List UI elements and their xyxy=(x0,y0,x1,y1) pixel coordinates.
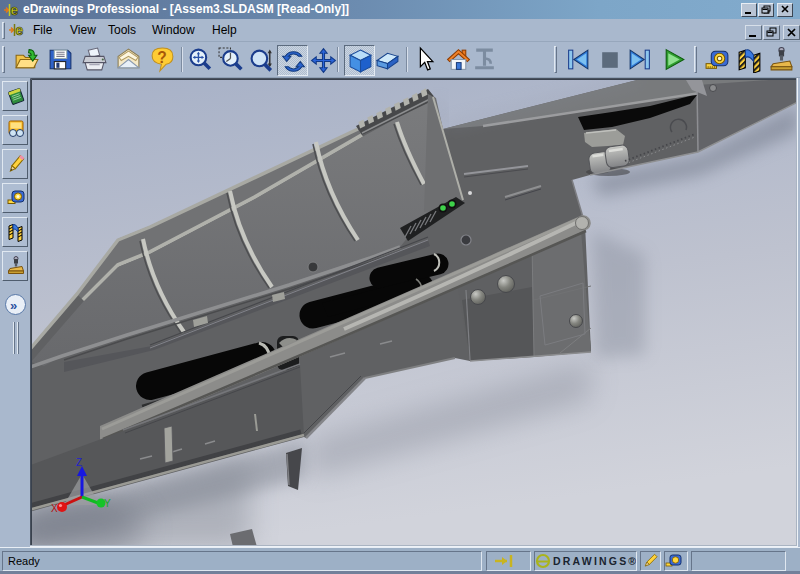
svg-text:DRAWINGS®: DRAWINGS® xyxy=(553,555,636,567)
svg-text:?: ? xyxy=(157,49,167,66)
svg-text:»: » xyxy=(10,298,17,313)
svg-text:Z: Z xyxy=(76,457,82,468)
svg-text:e: e xyxy=(11,2,19,18)
svg-text:Y: Y xyxy=(104,498,111,509)
svg-text:X: X xyxy=(51,503,58,514)
svg-text:e: e xyxy=(16,22,24,38)
